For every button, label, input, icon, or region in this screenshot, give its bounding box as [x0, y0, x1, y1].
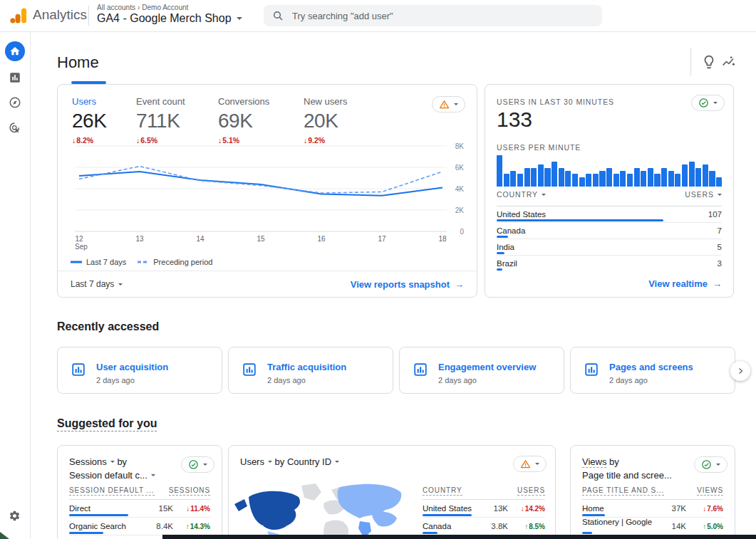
metric-picker[interactable]: Sessions: [69, 455, 115, 469]
sort-by-users[interactable]: USERS: [685, 190, 722, 199]
metric-tab-users[interactable]: Users 26K ↓8.2%: [72, 96, 136, 145]
table-row: Brazil 3: [497, 256, 722, 271]
svg-text:17: 17: [378, 235, 386, 243]
left-nav-rail: [0, 31, 31, 539]
column-header[interactable]: SESSION DEFAULT ...: [69, 486, 155, 496]
world-map: [233, 481, 404, 539]
recent-card-pages-and-screens[interactable]: Pages and screens 2 days ago: [570, 347, 735, 394]
chevron-down-icon: [716, 464, 720, 466]
title-actions-divider: [690, 48, 691, 75]
sessions-table: Direct 15K ↓11.4% Organic Search 8.4K ↑1…: [69, 499, 210, 539]
value-bar: [423, 532, 437, 534]
table-row: Canada 3.8K ↑8.5%: [423, 518, 545, 535]
reports-snapshot-card: Users 26K ↓8.2% Event count 711K ↓6.5% C…: [57, 84, 477, 298]
chevron-down-icon: [335, 461, 339, 463]
report-chart-icon: [242, 362, 257, 380]
table-header: COUNTRY USERS: [423, 486, 545, 496]
check-circle-icon: [188, 459, 199, 470]
page-title: Home: [57, 53, 99, 72]
column-header[interactable]: VIEWS: [697, 486, 723, 496]
column-header[interactable]: SESSIONS: [169, 486, 210, 496]
sidebar-item-advertising[interactable]: [9, 122, 21, 135]
reports-bar-chart-icon: [9, 71, 21, 84]
metric-tab-new-users[interactable]: New users 20K ↓9.2%: [304, 96, 347, 145]
sidebar-item-admin[interactable]: [9, 510, 21, 523]
insights-lightbulb-button[interactable]: [701, 54, 717, 70]
chevron-down-icon: [151, 474, 155, 476]
sort-by-country[interactable]: COUNTRY: [497, 190, 546, 199]
data-quality-warning-dropdown[interactable]: [432, 96, 465, 112]
chevron-down-icon: [542, 194, 546, 196]
metric-picker[interactable]: Views: [582, 456, 606, 468]
svg-text:18: 18: [438, 235, 447, 243]
chevron-down-icon: [454, 103, 458, 105]
sidebar-item-reports[interactable]: [9, 71, 21, 84]
breadcrumb-all-accounts[interactable]: All accounts: [97, 4, 135, 11]
dimension-picker[interactable]: Session default c...: [69, 469, 155, 482]
svg-text:4K: 4K: [455, 185, 465, 193]
arrow-right-icon: →: [713, 278, 722, 289]
table-header: PAGE TITLE AND S... VIEWS: [582, 486, 723, 496]
realtime-title: USERS IN LAST 30 MINUTES: [497, 98, 614, 106]
metric-tab-event-count[interactable]: Event count 711K ↓6.5%: [136, 96, 218, 145]
warning-triangle-icon: [520, 459, 531, 469]
column-header[interactable]: COUNTRY: [423, 486, 462, 496]
column-header[interactable]: USERS: [517, 486, 545, 496]
dimension-label: Page title and scree...: [582, 470, 672, 481]
value-bar: [69, 532, 103, 534]
card-title: Sessions by Session default c...: [69, 455, 155, 482]
svg-text:16: 16: [317, 235, 326, 243]
chevron-down-icon: [110, 461, 115, 463]
card-title: Views by Page title and scree...: [582, 455, 672, 482]
data-quality-ok-dropdown[interactable]: [181, 456, 214, 473]
column-header[interactable]: PAGE TITLE AND S...: [582, 486, 664, 496]
property-switcher[interactable]: GA4 - Google Merch Shop: [97, 12, 242, 25]
chart-legend: Last 7 days Preceding period: [71, 258, 212, 266]
metric-tab-conversions[interactable]: Conversions 69K ↓5.1%: [218, 96, 304, 145]
table-row: India 5: [497, 239, 722, 256]
explore-compass-icon: [9, 96, 21, 109]
chevron-down-icon: [713, 102, 718, 104]
svg-text:Sep: Sep: [75, 243, 88, 251]
advertising-icon: [9, 122, 21, 135]
active-metric-tab-indicator: [71, 81, 106, 84]
sidebar-item-explore[interactable]: [9, 96, 21, 109]
svg-text:2K: 2K: [455, 206, 465, 214]
recent-card-engagement-overview[interactable]: Engagement overview 2 days ago: [399, 347, 564, 394]
chevron-down-icon: [118, 283, 123, 286]
metric-summary-row: Users 26K ↓8.2% Event count 711K ↓6.5% C…: [72, 96, 347, 145]
users-last-30min-value: 133: [497, 108, 532, 132]
data-quality-ok-dropdown[interactable]: [694, 456, 727, 473]
suggested-card-views: Views by Page title and scree... PAGE TI…: [570, 445, 735, 539]
view-reports-snapshot-link[interactable]: View reports snapshot→: [351, 279, 464, 290]
analytics-intelligence-button[interactable]: [721, 54, 737, 70]
view-realtime-link[interactable]: View realtime→: [648, 278, 722, 289]
data-quality-warning-dropdown[interactable]: [513, 456, 547, 472]
dimension-picker[interactable]: Country ID: [287, 455, 339, 469]
svg-text:13: 13: [135, 235, 144, 243]
scroll-right-button[interactable]: [730, 361, 750, 381]
property-name: GA4 - Google Merch Shop: [97, 12, 232, 25]
recent-card-user-acquisition[interactable]: User acquisition 2 days ago: [57, 347, 222, 394]
report-chart-icon: [584, 362, 599, 380]
table-row: Canada 7: [497, 223, 722, 239]
breadcrumb[interactable]: All accounts › Demo Account: [97, 4, 188, 11]
overview-line-chart: 8K6K4K2K012Sep131415161718: [69, 142, 467, 254]
breadcrumb-demo-account[interactable]: Demo Account: [142, 4, 188, 11]
search-input[interactable]: [291, 10, 579, 22]
suggested-heading: Suggested for you: [57, 417, 157, 430]
search-bar[interactable]: [264, 5, 602, 26]
recently-accessed-heading: Recently accessed: [57, 320, 159, 333]
date-range-selector[interactable]: Last 7 days: [71, 279, 123, 289]
metric-picker[interactable]: Users: [240, 455, 272, 469]
realtime-card: USERS IN LAST 30 MINUTES 133 USERS PER M…: [485, 84, 734, 298]
chevron-down-icon: [203, 464, 207, 466]
card-footer: Last 7 days View reports snapshot→: [58, 271, 477, 297]
data-quality-ok-dropdown[interactable]: [691, 95, 725, 111]
chevron-down-icon: [268, 461, 272, 463]
recent-card-traffic-acquisition[interactable]: Traffic acquisition 2 days ago: [228, 347, 393, 394]
sidebar-item-home[interactable]: [5, 41, 25, 61]
lightbulb-icon: [701, 54, 717, 70]
chevron-down-icon: [535, 463, 539, 465]
table-row: United States 13K ↓14.2%: [423, 500, 545, 518]
